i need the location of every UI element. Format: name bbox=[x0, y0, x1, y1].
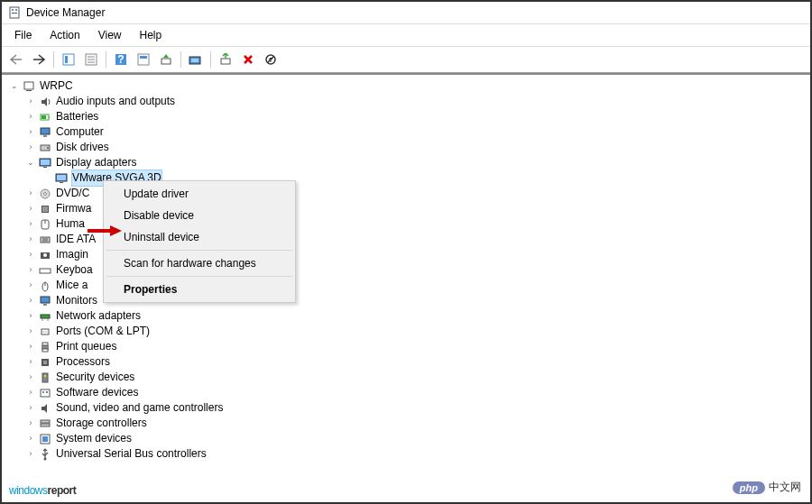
expander-icon[interactable]: › bbox=[25, 357, 36, 368]
svg-rect-51 bbox=[43, 304, 47, 306]
tree-node-security[interactable]: ›Security devices bbox=[9, 370, 803, 385]
svg-rect-32 bbox=[57, 175, 66, 180]
display-icon bbox=[38, 156, 52, 170]
expander-icon[interactable] bbox=[42, 173, 52, 184]
svg-rect-13 bbox=[140, 56, 147, 59]
printer-icon bbox=[38, 340, 52, 354]
expander-icon[interactable]: › bbox=[25, 280, 36, 291]
expander-icon[interactable]: › bbox=[25, 449, 36, 460]
node-label: Security devices bbox=[56, 370, 134, 385]
expander-icon[interactable]: › bbox=[25, 96, 36, 107]
svg-rect-30 bbox=[43, 167, 47, 168]
expander-icon[interactable]: › bbox=[25, 403, 36, 414]
tree-node-software[interactable]: ›Software devices bbox=[9, 385, 803, 400]
root-label: WRPC bbox=[40, 78, 73, 94]
firmware-icon bbox=[38, 202, 52, 216]
expander-icon[interactable]: ⌄ bbox=[25, 158, 36, 169]
expander-icon[interactable]: › bbox=[25, 326, 36, 337]
show-hide-button[interactable] bbox=[58, 50, 79, 69]
separator bbox=[210, 51, 211, 68]
storage-icon bbox=[38, 417, 52, 431]
tree-node-sound[interactable]: ›Sound, video and game controllers bbox=[9, 400, 803, 416]
enable-button[interactable] bbox=[215, 50, 236, 69]
node-label: Firmwa bbox=[56, 201, 91, 216]
menu-view[interactable]: View bbox=[89, 26, 131, 44]
ide-icon bbox=[38, 233, 52, 247]
expander-icon[interactable]: › bbox=[25, 112, 36, 123]
tree-node-battery[interactable]: ›Batteries bbox=[9, 109, 803, 124]
expander-icon[interactable]: › bbox=[25, 142, 36, 153]
expander-icon[interactable]: › bbox=[25, 188, 36, 199]
update-driver-button[interactable] bbox=[185, 50, 207, 69]
action-button[interactable] bbox=[133, 50, 154, 69]
expander-icon[interactable]: › bbox=[25, 311, 36, 322]
svg-point-35 bbox=[44, 192, 47, 195]
tree-node-display[interactable]: ⌄Display adapters bbox=[9, 155, 803, 170]
expander-icon[interactable]: › bbox=[25, 234, 36, 245]
menu-help[interactable]: Help bbox=[131, 26, 171, 44]
tree-node-cpu[interactable]: ›Processors bbox=[9, 354, 803, 370]
expander-icon[interactable]: › bbox=[25, 250, 36, 261]
help-button[interactable]: ? bbox=[110, 50, 132, 69]
expander-icon[interactable]: › bbox=[25, 219, 36, 230]
tree-node-port[interactable]: ›Ports (COM & LPT) bbox=[9, 324, 803, 339]
node-label: Print queues bbox=[56, 339, 116, 354]
node-label: Software devices bbox=[56, 385, 138, 400]
svg-rect-20 bbox=[26, 90, 32, 91]
tree-node-printer[interactable]: ›Print queues bbox=[9, 339, 803, 354]
sound-icon bbox=[38, 401, 52, 416]
svg-rect-61 bbox=[42, 349, 48, 352]
tree-node-disk[interactable]: ›Disk drives bbox=[9, 140, 803, 155]
expander-icon[interactable]: › bbox=[25, 342, 36, 353]
tree-root[interactable]: ⌄ WRPC bbox=[9, 78, 803, 94]
disk-icon bbox=[38, 141, 52, 155]
expander-icon[interactable]: › bbox=[25, 296, 36, 307]
expander-icon[interactable]: › bbox=[25, 127, 36, 138]
tree-node-network[interactable]: ›Network adapters bbox=[9, 308, 803, 324]
forward-button[interactable] bbox=[28, 50, 50, 69]
node-label: Network adapters bbox=[56, 308, 141, 324]
context-properties[interactable]: Properties bbox=[106, 279, 293, 300]
node-label: Imagin bbox=[56, 247, 88, 262]
node-label: Ports (COM & LPT) bbox=[56, 324, 150, 339]
tree-node-system[interactable]: ›System devices bbox=[9, 431, 803, 446]
expander-icon[interactable]: ⌄ bbox=[9, 81, 20, 92]
node-label: Universal Serial Bus controllers bbox=[56, 446, 207, 462]
expander-icon[interactable]: › bbox=[25, 265, 36, 276]
uninstall-button[interactable] bbox=[237, 50, 259, 69]
svg-rect-5 bbox=[65, 56, 68, 63]
titlebar: Device Manager bbox=[2, 2, 810, 24]
watermark-php: php 中文网 bbox=[733, 480, 801, 495]
tree-node-storage[interactable]: ›Storage controllers bbox=[9, 416, 803, 431]
context-update-driver[interactable]: Update driver bbox=[106, 183, 293, 205]
svg-rect-2 bbox=[15, 9, 17, 11]
svg-rect-69 bbox=[41, 420, 50, 423]
expander-icon[interactable]: › bbox=[25, 418, 36, 429]
tree-node-audio[interactable]: ›Audio inputs and outputs bbox=[9, 94, 803, 109]
svg-point-56 bbox=[43, 331, 44, 332]
properties-button[interactable] bbox=[80, 50, 102, 69]
svg-rect-3 bbox=[12, 13, 17, 14]
node-label: Batteries bbox=[56, 109, 98, 124]
menu-action[interactable]: Action bbox=[41, 26, 88, 44]
node-label: Huma bbox=[56, 216, 85, 232]
back-button[interactable] bbox=[5, 50, 27, 69]
tree-node-computer[interactable]: ›Computer bbox=[9, 124, 803, 140]
expander-icon[interactable]: › bbox=[25, 372, 36, 383]
node-label: DVD/C bbox=[56, 186, 89, 201]
scan-button[interactable] bbox=[155, 50, 177, 69]
display-icon bbox=[54, 171, 69, 186]
svg-rect-17 bbox=[221, 59, 230, 64]
tree-node-usb[interactable]: ›Universal Serial Bus controllers bbox=[9, 446, 803, 462]
expander-icon[interactable]: › bbox=[25, 204, 36, 215]
computer-icon bbox=[38, 125, 52, 140]
context-disable-device[interactable]: Disable device bbox=[106, 205, 293, 226]
context-uninstall-device[interactable]: Uninstall device bbox=[106, 226, 293, 248]
expander-icon[interactable]: › bbox=[25, 388, 36, 399]
svg-point-44 bbox=[43, 253, 47, 257]
disable-button[interactable] bbox=[260, 50, 281, 69]
context-scan-hardware[interactable]: Scan for hardware changes bbox=[106, 252, 293, 274]
expander-icon[interactable]: › bbox=[25, 434, 36, 444]
svg-rect-67 bbox=[42, 391, 44, 393]
menu-file[interactable]: File bbox=[5, 26, 41, 44]
